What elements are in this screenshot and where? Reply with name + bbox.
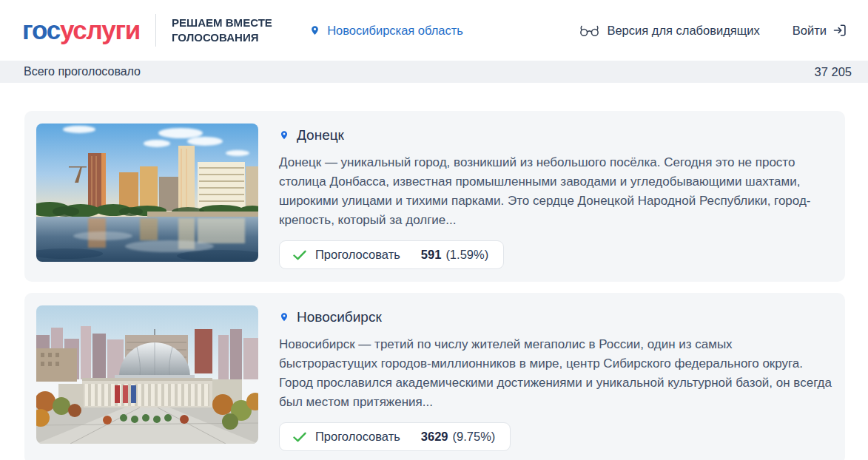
card-body: Новосибирск Новосибирск — третий по числ… [279,305,832,451]
totals-label: Всего проголосовало [24,65,141,78]
vote-label: Проголосовать [315,248,400,262]
city-description: Новосибирск — третий по числу жителей ме… [279,335,832,412]
vote-percent: (9.75%) [453,430,496,444]
vote-label: Проголосовать [315,430,400,444]
header-right-group: Версия для слабовидящих Войти [579,23,847,38]
donetsk-photo[interactable] [36,124,258,262]
accessibility-label: Версия для слабовидящих [607,24,759,38]
vote-count: 3629 [421,430,448,444]
city-pin-icon [279,129,289,142]
portal-title-line1: РЕШАЕМ ВМЕСТЕ [172,16,272,30]
city-pin-icon [279,311,289,324]
voting-options-list: Донецк Донецк — уникальный город, возник… [0,83,868,460]
city-name: Донецк [297,127,344,143]
city-title-donetsk[interactable]: Донецк [279,127,832,143]
city-name: Новосибирск [297,309,382,325]
voting-card-donetsk: Донецк Донецк — уникальный город, возник… [24,111,845,282]
login-label: Войти [793,24,827,38]
vote-count: 591 [421,248,442,262]
accessibility-version-link[interactable]: Версия для слабовидящих [579,24,759,38]
portal-title[interactable]: РЕШАЕМ ВМЕСТЕ ГОЛОСОВАНИЯ [172,16,272,45]
vote-percent: (1.59%) [445,248,488,262]
gosuslugi-logo[interactable]: госуслуги [22,16,140,45]
region-label: Новосибирская область [327,24,463,38]
totals-bar: Всего проголосовало 37 205 [0,61,868,83]
logo-part-uslugi: услуги [60,16,140,44]
green-check-icon [293,432,306,442]
login-arrow-icon [832,23,847,38]
novosibirsk-photo[interactable] [36,305,258,444]
header-divider [155,14,156,47]
city-description: Донецк — уникальный город, возникший из … [279,153,832,230]
totals-value: 37 205 [815,65,852,79]
login-button[interactable]: Войти [793,23,847,38]
vote-button-novosibirsk[interactable]: Проголосовать 3629 (9.75%) [279,422,511,451]
green-check-icon [293,250,306,260]
voting-card-novosibirsk: Новосибирск Новосибирск — третий по числ… [24,293,845,460]
location-pin-icon [309,24,320,38]
portal-title-line2: ГОЛОСОВАНИЯ [172,30,272,45]
vote-button-donetsk[interactable]: Проголосовать 591 (1.59%) [279,240,504,269]
region-selector[interactable]: Новосибирская область [309,24,463,38]
eyeglasses-icon [579,24,599,37]
card-body: Донецк Донецк — уникальный город, возник… [279,124,832,269]
logo-part-gos: гос [22,16,60,44]
city-title-novosibirsk[interactable]: Новосибирск [279,309,832,325]
header: госуслуги РЕШАЕМ ВМЕСТЕ ГОЛОСОВАНИЯ Ново… [0,0,868,61]
